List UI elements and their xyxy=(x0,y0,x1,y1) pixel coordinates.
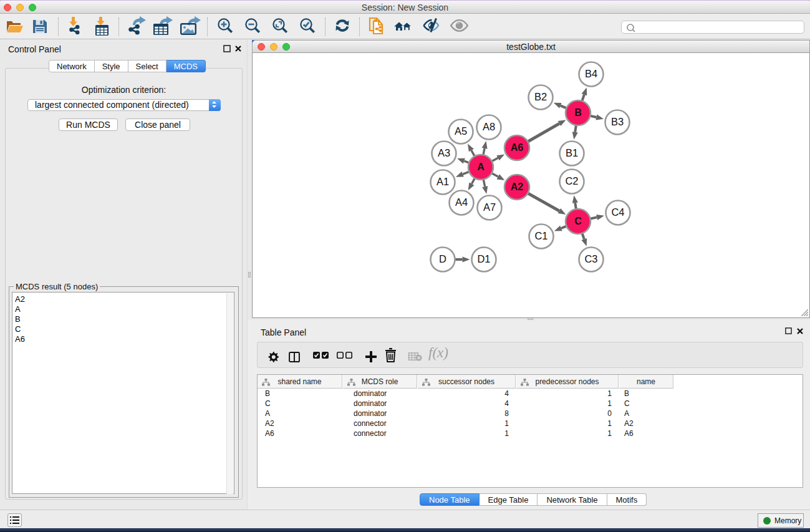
svg-text:A6: A6 xyxy=(511,142,524,153)
svg-text:D1: D1 xyxy=(477,253,490,264)
svg-text:A5: A5 xyxy=(455,125,467,137)
svg-text:B3: B3 xyxy=(611,116,624,127)
svg-text:B4: B4 xyxy=(585,68,597,79)
svg-text:A2: A2 xyxy=(511,181,524,192)
svg-text:A1: A1 xyxy=(436,176,449,187)
svg-text:A8: A8 xyxy=(483,121,495,132)
svg-text:C: C xyxy=(574,216,582,226)
svg-text:B: B xyxy=(574,107,582,118)
svg-text:C3: C3 xyxy=(584,253,597,264)
svg-text:D: D xyxy=(439,253,446,264)
svg-text:A4: A4 xyxy=(455,196,468,208)
svg-text:A3: A3 xyxy=(438,147,450,158)
svg-text:C2: C2 xyxy=(565,175,578,186)
svg-text:B1: B1 xyxy=(566,147,578,158)
svg-text:C1: C1 xyxy=(534,230,547,241)
svg-text:C4: C4 xyxy=(611,206,624,218)
svg-text:B2: B2 xyxy=(534,91,547,102)
svg-text:A7: A7 xyxy=(483,201,496,213)
svg-text:A: A xyxy=(477,162,485,172)
